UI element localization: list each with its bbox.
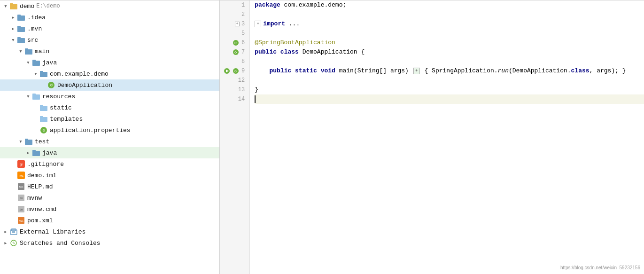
tree-item-demo-root[interactable]: demo E:\demo [0,0,219,12]
tree-item-scratches[interactable]: ✎ Scratches and Consoles [0,237,219,249]
arrow-java [24,59,32,66]
arrow-test [17,138,24,145]
arrow-idea [9,14,17,21]
label-gitignore: .gitignore [27,161,64,168]
code-line-7: public class DemoApplication { [255,47,644,57]
arrow-demo-root [2,2,9,10]
tree-item-app-properties[interactable]: ⚙ application.properties [0,125,219,136]
line-num-14: 14 [224,94,246,104]
tree-item-templates[interactable]: templates [0,113,219,125]
svg-rect-18 [40,106,47,111]
svg-rect-19 [40,105,43,106]
line-num-13: 13 [224,85,246,94]
tree-item-gitignore[interactable]: gi .gitignore [0,158,219,170]
code-line-14[interactable] [255,94,644,104]
svg-text:⟳: ⟳ [234,51,237,54]
svg-rect-25 [25,139,28,140]
svg-rect-2 [17,16,25,21]
line-num-7: ⟳ 7 [224,47,246,57]
label-demo-root: demo [20,3,34,10]
tree-item-idea[interactable]: .idea [0,12,219,23]
svg-rect-13 [40,71,43,72]
tree-item-src[interactable]: src [0,34,219,46]
svg-rect-10 [32,61,40,66]
tree-item-pom-xml[interactable]: XML pom.xml [0,215,219,226]
code-editor: 1 2 + 3 5 ⟳ 6 ⟳ 7 8 [220,0,644,274]
folder-icon-demo [9,2,18,10]
folder-icon-main [24,47,33,55]
label-help-md: HELP.md [27,183,53,190]
token-public-9: public [269,66,291,76]
token-annotation: @SpringBootApplication [255,38,335,47]
token-public-7: public [255,47,277,57]
tree-item-main[interactable]: main [0,46,219,57]
svg-text:✎: ✎ [12,241,16,245]
run-icon-9[interactable] [224,68,230,74]
label-pom-xml: pom.xml [27,217,53,224]
fold-expand-icon[interactable]: + [255,21,261,27]
tree-item-demo-application[interactable]: ↺ DemoApplication [0,79,219,91]
code-line-6: @SpringBootApplication [255,38,644,47]
svg-rect-16 [32,94,40,100]
arrow-resources [24,93,32,100]
tree-item-mvnw[interactable]: SH mvnw [0,192,219,204]
spring-java-icon: ↺ [47,81,55,89]
svg-rect-11 [32,60,36,61]
tree-item-demo-iml[interactable]: IML demo.iml [0,170,219,181]
label-mvn: .mvn [27,25,42,32]
fold-icon-3[interactable]: + [235,22,240,26]
svg-rect-24 [25,140,32,145]
token-import-dots: ... [285,19,300,29]
svg-rect-5 [17,26,21,27]
svg-text:SH: SH [20,208,23,211]
svg-rect-1 [10,3,13,5]
tree-item-com-example-demo[interactable]: com.example.demo [0,68,219,79]
tree-item-java-test[interactable]: java [0,147,219,158]
svg-rect-3 [17,15,21,16]
tree-item-test[interactable]: test [0,136,219,147]
label-app-properties: application.properties [50,127,131,134]
bean-icon-7: ⟳ [233,49,239,55]
tree-item-mvnw-cmd[interactable]: SH mvnw.cmd [0,204,219,215]
code-lines[interactable]: package com.example.demo; + import ... @… [250,0,644,274]
label-main: main [35,48,49,55]
code-line-2 [255,10,644,19]
token-import-kw: import [263,19,285,29]
tree-item-help-md[interactable]: MD HELP.md [0,181,219,192]
watermark: https://blog.csdn.net/weixin_59232156 [560,265,640,270]
tree-item-ext-lib[interactable]: External Libraries [0,226,219,237]
code-line-12 [255,76,644,85]
folder-icon-mvn [17,24,25,33]
token-void-9: void [321,66,335,76]
token-close-brace: } [255,85,258,94]
fold-inline-icon[interactable]: + [413,68,420,74]
arrow-src [9,36,17,44]
md-icon: MD [17,182,25,191]
label-demo-iml: demo.iml [27,172,56,179]
arrow-ext-lib [2,228,9,235]
bean-icon-6: ⟳ [233,39,239,46]
label-idea: .idea [27,14,46,21]
svg-text:↺: ↺ [50,83,53,87]
label-java: java [42,59,57,66]
tree-item-resources[interactable]: resources [0,91,219,102]
tree-item-mvn[interactable]: .mvn [0,23,219,34]
line-num-3: + 3 [224,19,246,29]
arrow-scratches [2,239,9,247]
folder-icon-src [17,36,25,44]
code-line-3: + import ... [255,19,644,29]
file-tree[interactable]: demo E:\demo .idea .mvn src main [0,0,220,274]
svg-rect-20 [40,117,47,122]
folder-icon-resources [32,92,40,101]
line-num-1: 1 [224,0,246,10]
label-mvnw-cmd: mvnw.cmd [27,206,56,213]
tree-item-static[interactable]: static [0,102,219,113]
folder-icon-templates [39,115,48,123]
label-java-test: java [42,149,57,157]
tree-item-java[interactable]: java [0,57,219,68]
svg-text:IML: IML [19,174,24,177]
arrow-com-example-demo [32,70,39,78]
token-static-9: static [295,66,317,76]
label-resources: resources [42,93,75,100]
svg-rect-27 [32,150,36,151]
